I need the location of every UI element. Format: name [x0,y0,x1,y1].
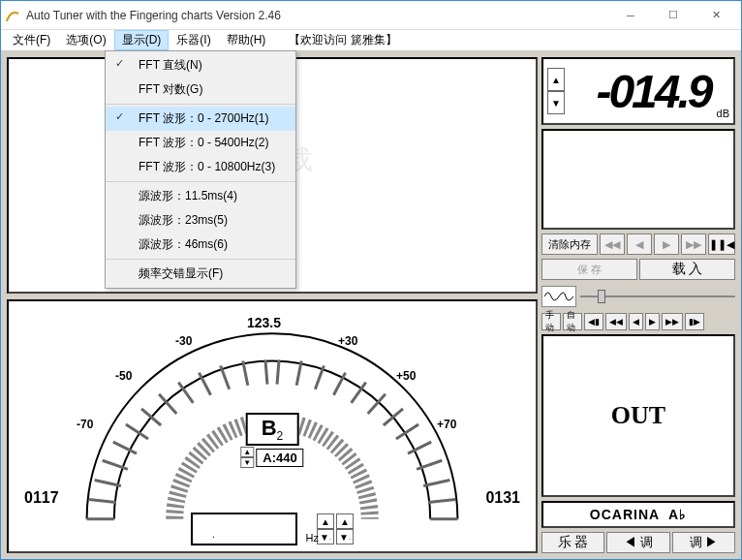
prev-button[interactable]: ◀ [627,233,652,255]
display-dropdown: ✓FFT 直线(N) FFT 对数(G) ✓FFT 波形：0 - 2700Hz(… [105,50,296,289]
skip-fwd-button[interactable]: ▮▶ [685,313,704,330]
skip-back-button[interactable]: ◀▮ [584,313,603,330]
tuning-gauge: 123.5 -30 +30 -50 +50 -70 +70 0117 0131 … [7,299,538,553]
svg-line-18 [368,394,386,414]
a-reference: A:440 [256,449,303,467]
dd-freq-cross[interactable]: 频率交错显示(F) [106,262,295,286]
dd-src-wave-3[interactable]: 源波形：46ms(6) [106,233,295,257]
a-ref-up[interactable]: ▲ [240,447,254,457]
dd-fft-wave-1[interactable]: ✓FFT 波形：0 - 2700Hz(1) [106,107,295,131]
tune-right-button[interactable]: 调 ▶ [672,532,735,553]
dd-fft-log[interactable]: FFT 对数(G) [106,78,295,102]
svg-line-12 [265,359,267,384]
menubar: 文件(F) 选项(O) 显示(D) 乐器(I) 帮助(H) 【欢迎访问 篪雅集】 [1,30,741,51]
close-button[interactable]: ✕ [695,2,737,29]
menu-file[interactable]: 文件(F) [5,30,58,50]
check-icon: ✓ [115,57,124,70]
prev-small-button[interactable]: ◀ [629,313,643,330]
menu-instrument[interactable]: 乐器(I) [169,30,218,50]
note-display: B2 [246,413,299,446]
save-button[interactable]: 保 存 [541,259,637,280]
pause-back-button[interactable]: ❚❚◀ [708,233,735,255]
titlebar: Auto Tuner with the Fingering charts Ver… [1,1,741,30]
svg-line-14 [296,361,301,386]
a-ref-down[interactable]: ▼ [240,457,254,468]
svg-line-19 [384,409,403,425]
level-down-button[interactable]: ▼ [547,91,565,114]
hz-display: . [191,513,297,545]
instrument-display: OCARINA A♭ [541,501,735,528]
menu-display[interactable]: 显示(D) [114,30,170,50]
menu-options[interactable]: 选项(O) [58,30,113,50]
next-small-button[interactable]: ▶ [645,313,660,330]
dd-fft-wave-2[interactable]: FFT 波形：0 - 5400Hz(2) [106,131,295,155]
svg-line-1 [89,500,116,503]
dd-fft-line[interactable]: ✓FFT 直线(N) [106,53,295,78]
check-icon: ✓ [115,110,124,123]
slider-thumb[interactable] [598,290,605,303]
gauge-plus-30: +30 [338,334,357,348]
gauge-minus-30: -30 [175,334,192,348]
gauge-right-freq: 0131 [485,489,520,507]
rewind-button[interactable]: ◀◀ [600,233,625,255]
menu-visit-link[interactable]: 【欢迎访问 篪雅集】 [281,30,404,50]
dd-fft-wave-3[interactable]: FFT 波形：0 - 10800Hz(3) [106,155,295,179]
level-meter: ▲ ▼ -014.9 dB [541,57,735,125]
gauge-top-value: 123.5 [247,315,281,330]
svg-line-23 [423,480,449,485]
level-unit: dB [717,108,729,119]
minimize-button[interactable]: ─ [609,2,652,29]
hz-label: Hz [306,532,319,544]
memory-display [541,129,735,230]
forward-button[interactable]: ▶▶ [681,233,706,255]
maximize-button[interactable]: ☐ [652,2,695,29]
level-value: -014.9 [569,65,713,118]
volume-slider[interactable] [580,288,735,305]
dd-src-wave-2[interactable]: 源波形：23ms(5) [106,208,295,233]
rewind-small-button[interactable]: ◀◀ [605,313,627,330]
output-display: OUT [541,334,735,497]
hz-up-1[interactable]: ▲ [317,513,334,529]
svg-line-13 [277,359,279,384]
svg-line-15 [315,366,324,389]
svg-line-7 [159,394,176,414]
mode-auto-button[interactable]: 自 动 [563,313,582,330]
gauge-minus-50: -50 [115,369,132,383]
tune-left-button[interactable]: ◀ 调 [606,532,669,553]
gauge-left-freq: 0117 [24,489,59,507]
clear-memory-button[interactable]: 清除内存 [541,233,598,255]
svg-line-10 [221,366,230,389]
menu-help[interactable]: 帮助(H) [219,30,274,50]
hz-down-2[interactable]: ▼. [336,529,354,544]
waveform-icon [541,286,576,307]
level-up-button[interactable]: ▲ [547,68,565,91]
window-title: Auto Tuner with the Fingering charts Ver… [26,9,609,22]
app-icon [5,8,20,23]
next-button[interactable]: ▶ [654,233,679,255]
forward-small-button[interactable]: ▶▶ [662,313,683,330]
gauge-minus-70: -70 [77,418,93,431]
hz-down-1[interactable]: ▼. [317,529,334,544]
hz-up-2[interactable]: ▲ [336,513,354,529]
mode-manual-button[interactable]: 手 动 [541,313,561,330]
svg-line-2 [95,480,121,485]
svg-line-6 [141,409,161,425]
instrument-button[interactable]: 乐 器 [541,532,604,553]
dd-src-wave-1[interactable]: 源波形：11.5ms(4) [106,184,295,208]
svg-line-11 [243,361,248,386]
gauge-plus-70: +70 [437,418,456,431]
gauge-plus-50: +50 [396,369,416,383]
load-button[interactable]: 载 入 [639,259,735,280]
svg-line-24 [428,500,455,503]
